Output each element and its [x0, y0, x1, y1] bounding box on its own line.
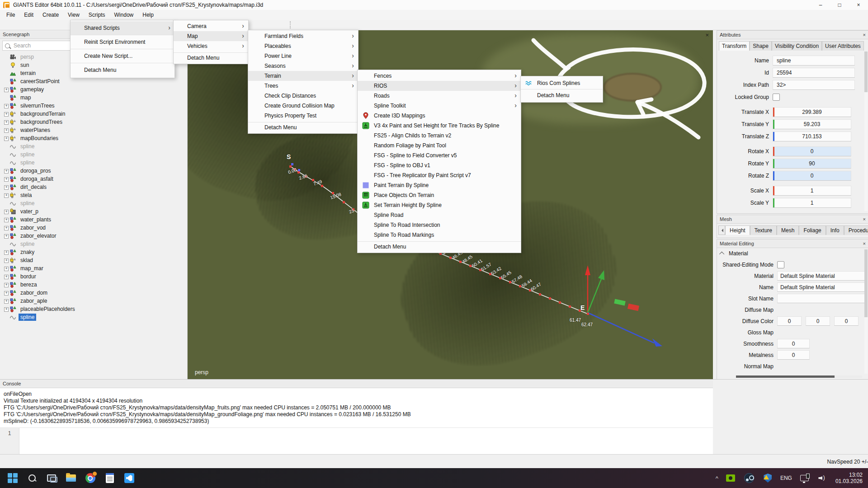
- toolbar-icon[interactable]: [317, 21, 326, 29]
- task-view-icon[interactable]: [45, 472, 57, 484]
- menu-item[interactable]: Random Foliage by Paint Tool: [358, 141, 521, 150]
- spline-control-point[interactable]: [321, 185, 323, 187]
- scenegraph-item[interactable]: mapBoundaries: [3, 134, 187, 142]
- expand-toggle-icon[interactable]: [3, 192, 9, 198]
- menu-item[interactable]: Placeables: [248, 41, 358, 51]
- shared-editing-checkbox[interactable]: [777, 261, 784, 268]
- expand-toggle-icon[interactable]: [3, 54, 9, 60]
- scenegraph-item[interactable]: spline: [3, 159, 187, 167]
- expand-toggle-icon[interactable]: [3, 103, 9, 109]
- scenegraph-item[interactable]: spline: [3, 142, 187, 150]
- expand-toggle-icon[interactable]: [3, 144, 9, 150]
- search-taskbar-icon[interactable]: [26, 472, 38, 484]
- menu-item[interactable]: Paint Terrain By Spline: [358, 180, 521, 190]
- menu-item[interactable]: Trees: [248, 81, 358, 91]
- spline-control-point[interactable]: [569, 305, 571, 308]
- diffuse-g-field[interactable]: 0: [806, 316, 830, 326]
- translate-x-field[interactable]: 299.389: [773, 107, 851, 117]
- expand-toggle-icon[interactable]: [3, 290, 9, 296]
- toolbar-icon[interactable]: [257, 21, 267, 29]
- menu-item[interactable]: Rios Com Splines: [521, 77, 603, 89]
- menu-item[interactable]: FSG - Spline to Field Converter v5: [358, 150, 521, 160]
- tab[interactable]: Mesh: [777, 225, 799, 235]
- diffuse-r-field[interactable]: 0: [777, 316, 802, 326]
- material-name-field[interactable]: Default Spline Material: [777, 282, 867, 292]
- menu-item[interactable]: Farmland Fields: [248, 31, 358, 41]
- expand-toggle-icon[interactable]: [3, 241, 9, 247]
- diffuse-b-field[interactable]: 0: [834, 316, 859, 326]
- scenegraph-item[interactable]: doroga_pros: [3, 167, 187, 175]
- menubar-item[interactable]: Edit: [19, 10, 38, 20]
- menubar-item[interactable]: File: [2, 10, 19, 20]
- expand-toggle-icon[interactable]: [3, 176, 9, 182]
- expand-toggle-icon[interactable]: [3, 168, 9, 174]
- expand-toggle-icon[interactable]: [3, 111, 9, 117]
- tab[interactable]: Info: [826, 225, 844, 235]
- menu-item[interactable]: Create Ground Collision Map: [248, 101, 358, 111]
- scenegraph-item[interactable]: spline: [3, 199, 187, 207]
- attributes-scrollbar[interactable]: [864, 52, 868, 211]
- menu-item[interactable]: Physics Property Test: [248, 111, 358, 121]
- rotate-x-field[interactable]: 0: [773, 146, 851, 156]
- expand-toggle-icon[interactable]: [3, 217, 9, 223]
- script-editor[interactable]: 1: [0, 427, 713, 455]
- material-section-header[interactable]: Material: [717, 248, 868, 259]
- metalness-field[interactable]: 0: [777, 350, 810, 360]
- spline-control-point[interactable]: [289, 165, 292, 168]
- expand-toggle-icon[interactable]: [3, 233, 9, 239]
- toolbar-icon[interactable]: [13, 21, 22, 29]
- expand-toggle-icon[interactable]: [3, 266, 9, 272]
- menu-item[interactable]: Detach Menu: [358, 241, 521, 252]
- toolbar-icon[interactable]: [338, 21, 347, 29]
- scenegraph-item[interactable]: gameplay: [3, 85, 187, 94]
- menu-item[interactable]: Spline Toolkit: [358, 101, 521, 111]
- scenegraph-item[interactable]: silverrunTrees: [3, 102, 187, 110]
- menu-item[interactable]: Check Clip Distances: [248, 91, 358, 101]
- scenegraph-item[interactable]: careerStartPoint: [3, 77, 187, 85]
- expand-toggle-icon[interactable]: [3, 306, 9, 312]
- expand-toggle-icon[interactable]: [3, 209, 9, 215]
- smoothness-field[interactable]: 0: [777, 339, 810, 348]
- menu-item[interactable]: Vehicles: [174, 41, 248, 51]
- toolbar-icon[interactable]: [54, 21, 64, 29]
- spline-control-point[interactable]: [519, 285, 521, 287]
- toolbar-icon[interactable]: [268, 21, 277, 29]
- tab[interactable]: Texture: [750, 225, 777, 235]
- toolbar-icon[interactable]: [278, 21, 288, 29]
- scenegraph-item[interactable]: placeablePlaceholders: [3, 305, 187, 313]
- scenegraph-item[interactable]: zabor_vod: [3, 224, 187, 232]
- language-indicator[interactable]: ENG: [780, 475, 792, 481]
- menu-item[interactable]: Seasons: [248, 61, 358, 71]
- tab[interactable]: Procedura: [844, 225, 868, 235]
- menubar-item[interactable]: Create: [38, 10, 63, 20]
- expand-toggle-icon[interactable]: [3, 314, 9, 320]
- menu-item[interactable]: Set Terrain Height By Spline: [358, 200, 521, 210]
- scale-y-field[interactable]: 1: [773, 198, 851, 208]
- spline-control-point[interactable]: [469, 265, 472, 267]
- rotate-y-field[interactable]: 90: [773, 159, 851, 169]
- scale-x-field[interactable]: 1: [773, 186, 851, 196]
- scenegraph-item[interactable]: backgroundTerrain: [3, 110, 187, 118]
- menu-item[interactable]: Camera: [174, 21, 248, 31]
- translate-z-field[interactable]: 710.153: [773, 131, 851, 141]
- expand-toggle-icon[interactable]: [3, 282, 9, 288]
- scenegraph-item[interactable]: zabor_dom: [3, 289, 187, 297]
- scenegraph-item[interactable]: spline: [3, 240, 187, 248]
- spline-control-point[interactable]: [297, 171, 300, 174]
- spline-control-point-selected[interactable]: [291, 163, 293, 165]
- index-path-field[interactable]: 32>: [773, 80, 855, 90]
- menu-item[interactable]: Detach Menu: [71, 63, 175, 77]
- toolbar-icon[interactable]: [296, 21, 306, 29]
- tab[interactable]: Visibility Condition: [772, 41, 822, 51]
- expand-toggle-icon[interactable]: [3, 95, 9, 101]
- scenegraph-item[interactable]: sklad: [3, 256, 187, 264]
- notepad-icon[interactable]: [104, 472, 116, 484]
- expand-toggle-icon[interactable]: [3, 225, 9, 231]
- scenegraph-item[interactable]: stela: [3, 191, 187, 199]
- spline-control-point[interactable]: [449, 257, 452, 259]
- expand-toggle-icon[interactable]: [3, 298, 9, 304]
- menu-item[interactable]: Fences: [358, 71, 521, 81]
- scenegraph-item[interactable]: bereza: [3, 281, 187, 289]
- translate-y-field[interactable]: 59.203: [773, 119, 851, 129]
- menu-item[interactable]: Detach Menu: [248, 122, 358, 132]
